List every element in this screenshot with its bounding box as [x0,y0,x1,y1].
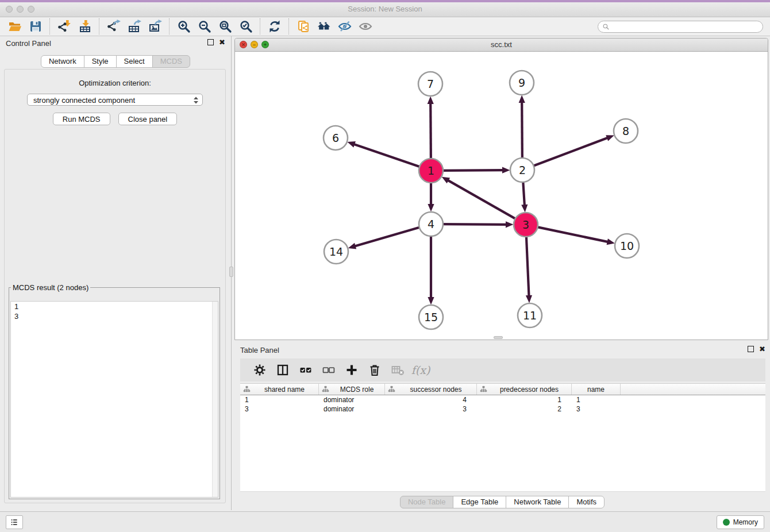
table-row[interactable]: 3dominator323 [240,404,765,414]
zoom-out-icon[interactable] [196,18,213,34]
delete-column-icon[interactable] [366,362,383,378]
export-image-icon[interactable] [147,18,164,34]
mcds-result-group: MCDS result (2 nodes) 13 [9,283,220,499]
graph-edge-3-1[interactable] [442,177,517,219]
run-mcds-button[interactable]: Run MCDS [53,113,110,125]
search-input[interactable] [610,22,763,32]
graph-edge-3-11[interactable] [526,236,532,303]
home-icon[interactable] [315,18,333,34]
table-options-icon[interactable] [251,362,268,378]
table-panel-tabs: Node TableEdge TableNetwork TableMotifs [234,496,770,508]
close-panel-button[interactable]: Close panel [118,113,178,125]
import-table-icon[interactable] [76,18,94,34]
show-columns-icon[interactable] [274,362,291,378]
mcds-result-title: MCDS result (2 nodes) [11,283,90,292]
network-snapshot-icon[interactable] [295,18,312,34]
graph-node-6[interactable]: 6 [324,126,348,150]
export-network-icon[interactable] [105,18,122,34]
network-window-titlebar[interactable]: ✕−+ scc.txt [235,38,768,52]
panel-splitter-handle[interactable] [229,267,233,277]
graph-edge-2-9[interactable] [519,95,525,159]
show-graphics-icon[interactable] [357,18,374,34]
zoom-selected-icon[interactable] [237,18,255,34]
deselect-all-icon[interactable] [320,362,337,378]
node-label: 1 [428,164,434,177]
graph-node-8[interactable]: 8 [614,119,638,143]
refresh-layout-icon[interactable] [266,18,283,34]
graph-edge-2-8[interactable] [533,135,614,166]
graph-edge-1-2[interactable] [442,167,510,174]
float-table-panel-icon[interactable] [748,346,754,352]
network-view-window: ✕−+ scc.txt 7968124314101511 [234,38,768,340]
mcds-result-lines: 13 [11,302,218,321]
add-column-icon[interactable] [343,362,360,378]
graph-node-14[interactable]: 14 [324,240,348,264]
graph-edge-1-6[interactable] [347,141,421,167]
tab-style[interactable]: Style [84,55,117,68]
table-cell: 1 [240,396,319,404]
graph-node-11[interactable]: 11 [518,303,542,327]
graph-edge-4-3[interactable] [442,221,514,228]
search-box[interactable] [598,21,763,33]
zoom-fit-icon[interactable] [217,18,234,34]
criterion-dropdown[interactable]: strongly connected component [27,94,203,106]
tab-network[interactable]: Network [41,55,84,68]
table-cell: 3 [385,405,477,413]
memory-button[interactable]: Memory [717,515,764,529]
table-cell: 1 [477,396,572,404]
export-table-icon[interactable] [126,18,143,34]
zoom-in-icon[interactable] [175,18,192,34]
column-header-name[interactable]: name [572,384,621,395]
float-panel-icon[interactable] [207,39,214,45]
table-tab-node-table[interactable]: Node Table [400,496,454,508]
tab-select[interactable]: Select [116,55,153,68]
graph-edge-4-14[interactable] [348,227,421,249]
graph-node-4[interactable]: 4 [419,212,443,236]
column-header-successor-nodes[interactable]: successor nodes [385,384,477,395]
column-header-MCDS-role[interactable]: MCDS role [319,384,385,395]
result-scrollbar[interactable] [212,302,218,497]
table-row[interactable]: 1dominator411 [240,395,765,404]
close-panel-icon[interactable]: ✖ [219,39,225,45]
graph-edge-1-7[interactable] [428,96,434,160]
result-line: 1 [11,302,218,311]
mcds-result-textarea[interactable]: 13 [10,301,218,498]
network-hscroll-handle[interactable] [494,336,503,339]
graph-edge-3-10[interactable] [537,227,615,245]
control-panel: Control Panel ✖ NetworkStyleSelectMCDS O… [0,36,232,510]
close-table-panel-icon[interactable]: ✖ [759,346,765,352]
column-label: predecessor nodes [487,385,571,394]
select-all-icon[interactable] [297,362,314,378]
graph-node-9[interactable]: 9 [510,71,534,95]
graph-node-7[interactable]: 7 [418,72,442,96]
save-session-icon[interactable] [27,18,44,34]
column-label: successor nodes [395,385,476,394]
column-header-shared-name[interactable]: shared name [240,384,319,395]
graph-edge-1-4[interactable] [428,182,434,212]
graph-node-3[interactable]: 3 [514,213,538,237]
table-tab-network-table[interactable]: Network Table [506,496,569,508]
table-panel-header: Table Panel ✖ [234,343,770,358]
graph-edge-4-15[interactable] [428,235,434,305]
network-window-title: scc.txt [235,40,768,49]
table-panel: Table Panel ✖ f(x) shared nameMCDS roles… [234,343,770,510]
graph-node-1[interactable]: 1 [419,159,443,183]
graph-edge-2-3[interactable] [521,181,528,213]
table-cell: 2 [477,405,572,413]
column-header-predecessor-nodes[interactable]: predecessor nodes [477,384,572,395]
graph-node-10[interactable]: 10 [615,234,639,258]
open-session-icon[interactable] [6,18,24,34]
column-label: MCDS role [329,385,384,394]
graph-node-15[interactable]: 15 [419,305,443,329]
table-tab-motifs[interactable]: Motifs [568,496,605,508]
table-tab-edge-table[interactable]: Edge Table [453,496,506,508]
graph-node-2[interactable]: 2 [510,158,534,182]
toolbar-separator [288,18,290,34]
node-label: 6 [332,132,339,144]
import-network-icon[interactable] [56,18,73,34]
memory-status-icon [723,519,730,526]
tab-mcds[interactable]: MCDS [152,55,190,68]
hide-graphics-icon[interactable] [336,18,353,34]
task-history-button[interactable] [6,515,23,529]
network-canvas[interactable]: 7968124314101511 [235,51,768,340]
